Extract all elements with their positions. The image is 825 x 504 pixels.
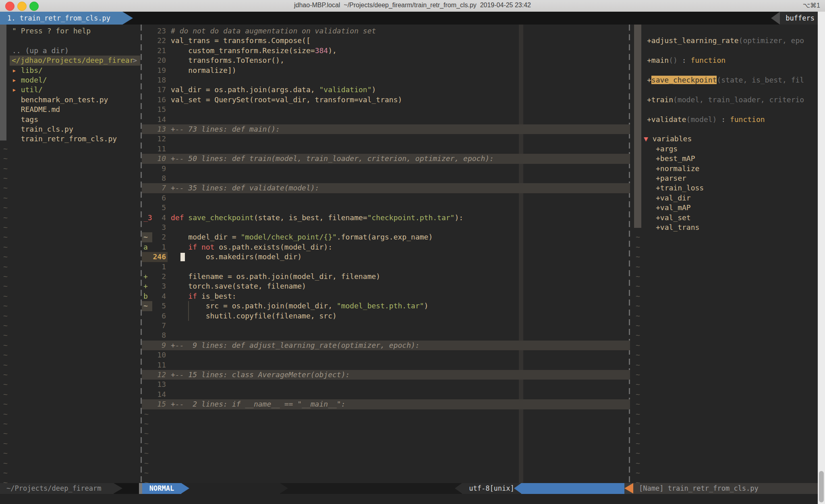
code-fold-line[interactable]: 9+-- 9 lines: def adjust_learning_rate(o… xyxy=(142,341,630,350)
code-line[interactable]: 9 xyxy=(142,164,630,174)
code-line[interactable]: 246 os.makedirs(model_dir) xyxy=(142,252,630,262)
gutter-sign: ~ xyxy=(142,301,152,311)
code-line[interactable]: ~2 model_dir = "model/check_point/{}".fo… xyxy=(142,232,630,242)
line-number: 8 xyxy=(152,330,166,340)
tab-train-retr-from-cls[interactable]: 1. train_retr_from_cls.py xyxy=(0,12,133,25)
code-line[interactable]: +3 torch.save(state, filename) xyxy=(142,281,630,291)
tree-item-directory[interactable]: ▸ util/ xyxy=(0,85,142,95)
tagbar-variable-item[interactable]: +args xyxy=(630,144,825,154)
code-line[interactable]: 17val_dir = os.path.join(args.data, "val… xyxy=(142,85,630,95)
tree-item-file[interactable]: train_cls.py xyxy=(0,124,142,134)
powerline-separator-icon xyxy=(181,483,189,494)
tagbar-variable-item[interactable]: +val_trans xyxy=(630,223,825,232)
powerline-separator-icon xyxy=(514,483,521,494)
code-line[interactable]: 5 xyxy=(142,203,630,213)
nerdtree-up-dir[interactable]: .. (up a dir) xyxy=(0,46,142,56)
line-number: 13 xyxy=(152,124,166,134)
code-line[interactable]: 14 xyxy=(142,390,630,399)
tagbar-function-item[interactable]: +train(model, train_loader, criterio> xyxy=(630,95,825,105)
empty-line-tilde: ~ xyxy=(630,262,825,272)
tree-item-file[interactable]: benchmark_on_test.py xyxy=(0,95,142,105)
code-fold-line[interactable]: 15+-- 2 lines: if __name__ == "__main__"… xyxy=(142,399,630,409)
tree-item-directory[interactable]: ▸ model/ xyxy=(0,75,142,85)
vim-command-line xyxy=(0,494,825,504)
empty-line-tilde: ~ xyxy=(0,213,142,223)
code-fold-line[interactable]: 12+-- 15 lines: class AverageMeter(objec… xyxy=(142,370,630,380)
code-line[interactable]: 12 xyxy=(142,134,630,144)
code-line[interactable]: 18 xyxy=(142,75,630,85)
code-line[interactable]: b4 if is_best: xyxy=(142,291,630,301)
tagbar-variable-item[interactable]: +val_mAP xyxy=(630,203,825,213)
nerdtree-root-path[interactable]: </jdhao/Projects/deep_firear> xyxy=(10,56,140,65)
tagbar-variable-item[interactable]: +best_mAP xyxy=(630,154,825,163)
empty-line-tilde: ~ xyxy=(0,272,142,281)
line-number: 6 xyxy=(152,311,166,321)
tagbar-function-item[interactable]: +adjust_learning_rate(optimizer, epo> xyxy=(630,36,825,45)
tagbar-variable-item[interactable]: +normalize xyxy=(630,164,825,174)
code-line[interactable]: 23# do not do data augmentation on valid… xyxy=(142,26,630,36)
code-line[interactable]: 14 xyxy=(142,115,630,124)
line-number: 14 xyxy=(152,390,166,399)
code-line[interactable]: 22val_trans = transforms.Compose([ xyxy=(142,36,630,45)
tagbar-function-item[interactable]: +validate(model) : function xyxy=(630,115,825,124)
code-line[interactable]: 8 xyxy=(142,330,630,340)
empty-line-tilde: ~ xyxy=(630,341,825,350)
tree-item-file[interactable]: train_retr_from_cls.py xyxy=(0,134,142,144)
line-number: 18 xyxy=(152,75,166,85)
empty-line-tilde: ~ xyxy=(630,448,825,458)
code-line[interactable]: 11 xyxy=(142,144,630,154)
code-line[interactable]: 13 xyxy=(142,380,630,389)
tagbar-variable-item[interactable]: +train_loss xyxy=(630,183,825,193)
code-line[interactable]: 20 transforms.ToTensor(), xyxy=(142,56,630,65)
code-line[interactable]: 10 xyxy=(142,350,630,360)
code-line[interactable]: 3 xyxy=(142,223,630,232)
empty-line-tilde: ~ xyxy=(0,439,142,448)
code-line[interactable]: 19 normalize]) xyxy=(142,66,630,75)
empty-line-tilde: ~ xyxy=(142,429,630,438)
empty-line-tilde: ~ xyxy=(630,439,825,448)
empty-line-tilde: ~ xyxy=(630,429,825,438)
tree-item-directory[interactable]: ▸ libs/ xyxy=(0,66,142,75)
tree-item-file[interactable]: tags xyxy=(0,115,142,124)
gutter-sign: ~ xyxy=(142,232,152,242)
line-number: 1 xyxy=(152,262,166,272)
code-line[interactable]: 16val_set = QuerySet(root=val_dir, trans… xyxy=(142,95,630,105)
code-fold-line[interactable]: 10+-- 50 lines: def train(model, train_l… xyxy=(142,154,630,163)
empty-line-tilde: ~ xyxy=(630,330,825,340)
code-line[interactable]: 21 custom_transform.Resize(size=384), xyxy=(142,46,630,56)
empty-line-tilde: ~ xyxy=(142,459,630,468)
tagbar-section-variables[interactable]: ▼ variables xyxy=(630,134,825,144)
code-line[interactable]: 7 xyxy=(142,321,630,330)
scrollbar-track[interactable] xyxy=(818,12,825,504)
empty-line-tilde: ~ xyxy=(142,468,630,478)
code-fold-line[interactable]: 7+-- 35 lines: def validate(model): xyxy=(142,183,630,193)
code-line[interactable]: a1 if not os.path.exists(model_dir): xyxy=(142,242,630,252)
tagbar-function-item[interactable]: +save_checkpoint(state, is_best, fil> xyxy=(630,75,825,85)
code-line[interactable]: +2 filename = os.path.join(model_dir, fi… xyxy=(142,272,630,281)
code-line[interactable]: 6 shutil.copyfile(filename, src) xyxy=(142,311,630,321)
tagbar-variable-item[interactable]: +val_dir xyxy=(630,193,825,203)
code-line[interactable]: 11 xyxy=(142,360,630,370)
text-cursor-block xyxy=(180,253,185,261)
empty-line-tilde: ~ xyxy=(0,281,142,291)
code-line[interactable]: 8 xyxy=(142,174,630,183)
tagbar-variable-item[interactable]: +parser xyxy=(630,174,825,183)
empty-line-tilde: ~ xyxy=(630,370,825,380)
tagbar-variable-item[interactable]: +val_set xyxy=(630,213,825,223)
code-line[interactable]: 1 xyxy=(142,262,630,272)
empty-line-tilde: ~ xyxy=(0,144,142,154)
code-line[interactable]: 15 xyxy=(142,105,630,114)
code-line[interactable]: 6 xyxy=(142,193,630,203)
line-number: 19 xyxy=(152,66,166,75)
code-fold-line[interactable]: 13+-- 73 lines: def main(): xyxy=(142,124,630,134)
tagbar-function-item[interactable]: +main() : function xyxy=(630,56,825,65)
empty-line-tilde: ~ xyxy=(630,242,825,252)
empty-line-tilde: ~ xyxy=(630,350,825,360)
buffers-tab[interactable]: buffers xyxy=(771,12,825,25)
code-line[interactable]: _34def save_checkpoint(state, is_best, f… xyxy=(142,213,630,223)
scrollbar-thumb[interactable] xyxy=(819,471,824,502)
tree-item-file[interactable]: README.md xyxy=(0,105,142,114)
code-line[interactable]: ~5 src = os.path.join(model_dir, "model_… xyxy=(142,301,630,311)
line-number: 22 xyxy=(152,36,166,45)
empty-line-tilde: ~ xyxy=(630,321,825,330)
